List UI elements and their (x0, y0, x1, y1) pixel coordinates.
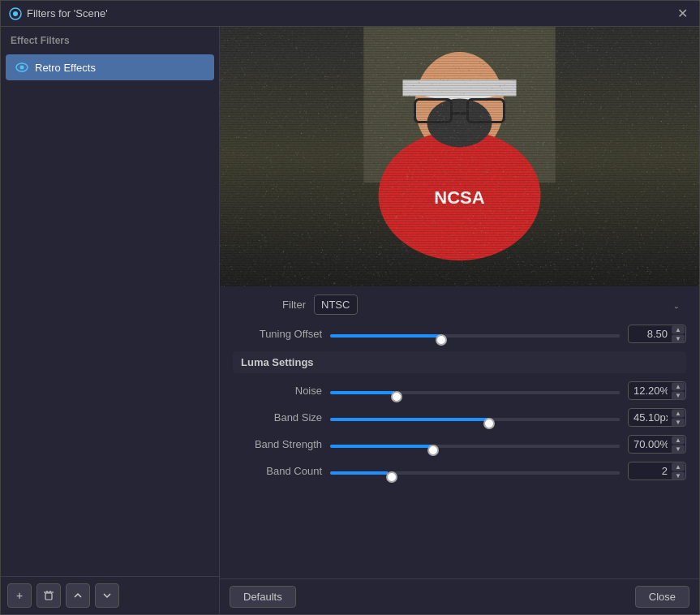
chevron-up-icon (73, 591, 83, 600)
noise-slider[interactable] (330, 391, 620, 394)
band-strength-slider-wrapper (330, 438, 620, 450)
sidebar-item-retro-effects[interactable]: Retro Effects (6, 54, 214, 80)
main-window: Filters for 'Scene' ✕ Effect Filters Ret… (0, 0, 700, 615)
tuning-offset-up[interactable]: ▲ (672, 325, 685, 333)
band-strength-down[interactable]: ▼ (672, 445, 685, 453)
band-size-label: Band Size (233, 411, 322, 424)
band-count-spinbox: 2 ▲ ▼ (628, 462, 686, 480)
band-strength-spinbtns: ▲ ▼ (672, 436, 685, 453)
band-size-slider[interactable] (330, 418, 620, 421)
noise-up[interactable]: ▲ (672, 382, 685, 390)
sidebar-bottom: + (1, 576, 219, 614)
band-size-spinbox: 45.10px ▲ ▼ (628, 408, 686, 427)
band-size-down[interactable]: ▼ (672, 418, 685, 426)
controls-area: Filter NTSC PAL VHS Tuning Offset (220, 286, 699, 578)
noise-slider-wrapper (330, 385, 620, 397)
svg-rect-4 (45, 593, 52, 600)
band-count-row: Band Count 2 ▲ ▼ (233, 462, 686, 480)
titlebar-left: Filters for 'Scene' (9, 7, 108, 20)
filter-item-label: Retro Effects (35, 62, 96, 74)
noise-row: Noise 12.20% ▲ ▼ (233, 381, 686, 400)
tuning-offset-label: Tuning Offset (233, 328, 322, 340)
defaults-button[interactable]: Defaults (230, 586, 296, 608)
band-count-up[interactable]: ▲ (672, 462, 685, 471)
band-count-down[interactable]: ▼ (672, 471, 685, 480)
filter-label: Filter (233, 299, 306, 311)
band-count-slider-wrapper (330, 465, 620, 477)
band-strength-up[interactable]: ▲ (672, 436, 685, 444)
tuning-offset-row: Tuning Offset 8.50 ▲ ▼ (233, 325, 686, 343)
bottom-bar: Defaults Close (220, 578, 699, 614)
band-size-slider-wrapper (330, 411, 620, 424)
filter-select[interactable]: NTSC PAL VHS (314, 295, 358, 315)
tuning-offset-down[interactable]: ▼ (672, 334, 685, 342)
svg-point-1 (13, 11, 18, 16)
add-filter-button[interactable]: + (7, 583, 32, 608)
eye-icon (15, 61, 28, 74)
band-size-row: Band Size 45.10px ▲ ▼ (233, 408, 686, 427)
chevron-down-icon (102, 591, 112, 600)
main-panel: Filter NTSC PAL VHS Tuning Offset (220, 27, 699, 614)
preview-canvas (220, 27, 699, 286)
band-strength-label: Band Strength (233, 438, 322, 450)
band-strength-row: Band Strength 70.00% ▲ ▼ (233, 435, 686, 454)
filter-select-wrapper: NTSC PAL VHS (314, 295, 686, 315)
luma-settings-header: Luma Settings (233, 351, 686, 373)
band-count-label: Band Count (233, 465, 322, 477)
move-down-button[interactable] (95, 583, 119, 608)
noise-spinbtns: ▲ ▼ (672, 382, 685, 399)
trash-icon (43, 590, 54, 601)
band-count-spinbtns: ▲ ▼ (672, 462, 685, 480)
window-close-button[interactable]: ✕ (673, 5, 691, 23)
band-count-slider[interactable] (330, 471, 620, 475)
move-up-button[interactable] (66, 583, 90, 608)
band-strength-slider[interactable] (330, 445, 620, 448)
preview-area (220, 27, 699, 286)
sidebar-header: Effect Filters (1, 27, 219, 53)
content-area: Effect Filters Retro Effects + (1, 27, 699, 614)
band-strength-spinbox: 70.00% ▲ ▼ (628, 435, 686, 454)
filter-row: Filter NTSC PAL VHS (233, 295, 686, 315)
tuning-offset-slider[interactable] (330, 334, 620, 338)
titlebar: Filters for 'Scene' ✕ (1, 1, 699, 27)
tuning-offset-spinbtns: ▲ ▼ (672, 325, 685, 342)
noise-spinbox: 12.20% ▲ ▼ (628, 381, 686, 400)
noise-down[interactable]: ▼ (672, 391, 685, 399)
delete-filter-button[interactable] (37, 583, 61, 608)
sidebar: Effect Filters Retro Effects + (1, 27, 220, 614)
tuning-offset-slider-wrapper (330, 328, 620, 340)
band-size-spinbtns: ▲ ▼ (672, 409, 685, 426)
band-size-up[interactable]: ▲ (672, 409, 685, 417)
svg-point-3 (20, 66, 24, 70)
close-action-button[interactable]: Close (635, 586, 689, 608)
window-title: Filters for 'Scene' (27, 7, 108, 19)
tuning-offset-spinbox: 8.50 ▲ ▼ (628, 325, 686, 343)
noise-label: Noise (233, 385, 322, 397)
app-icon (9, 7, 22, 20)
